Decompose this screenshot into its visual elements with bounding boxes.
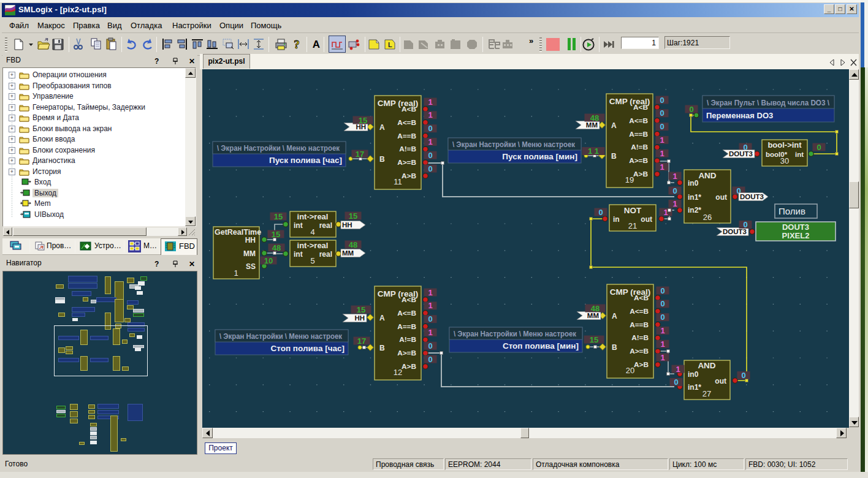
svg-text:0: 0 (660, 122, 664, 131)
svg-text:15: 15 (590, 335, 598, 344)
svg-text:1: 1 (676, 365, 680, 374)
svg-text:in1*: in1* (688, 193, 701, 202)
svg-text:B: B (612, 343, 617, 352)
svg-text:0: 0 (428, 164, 432, 173)
svg-text:A<B: A<B (633, 103, 648, 112)
svg-text:A: A (379, 123, 385, 132)
svg-text:0: 0 (428, 124, 432, 133)
svg-text:Стоп полива [мин]: Стоп полива [мин] (503, 341, 579, 351)
svg-text:A>=B: A>=B (629, 156, 648, 165)
svg-text:15: 15 (274, 212, 283, 221)
svg-text:A!=B: A!=B (631, 333, 649, 342)
svg-text:0: 0 (743, 220, 747, 229)
svg-text:1: 1 (672, 172, 677, 181)
svg-text:17: 17 (356, 150, 364, 159)
svg-text:bool->int: bool->int (767, 140, 802, 150)
svg-text:A!=B: A!=B (399, 335, 416, 344)
svg-text:out: out (641, 215, 652, 224)
svg-text:B: B (611, 152, 617, 161)
svg-text:DOUT3: DOUT3 (782, 222, 809, 232)
svg-text:A: A (379, 314, 385, 322)
svg-text:\ Экран Настройки \ Меню настр: \ Экран Настройки \ Меню настроек (217, 144, 340, 153)
svg-text:\ Экран Настройки \ Меню настр: \ Экран Настройки \ Меню настроек (219, 332, 343, 341)
svg-text:in0: in0 (688, 179, 699, 188)
svg-text:HH: HH (342, 221, 352, 229)
svg-text:A==B: A==B (630, 321, 649, 329)
svg-text:1: 1 (234, 268, 238, 278)
svg-text:1: 1 (428, 301, 432, 310)
svg-text:A>=B: A>=B (630, 347, 649, 355)
svg-text:30: 30 (780, 156, 789, 165)
svg-text:48: 48 (590, 113, 599, 123)
svg-text:1 1: 1 1 (588, 146, 599, 156)
svg-text:HH: HH (245, 236, 256, 245)
svg-text:1: 1 (660, 340, 664, 349)
svg-text:NOT: NOT (624, 206, 642, 215)
svg-text:A!=B: A!=B (631, 143, 648, 151)
svg-text:0: 0 (674, 377, 678, 387)
svg-text:A: A (612, 312, 617, 321)
svg-text:MM: MM (243, 249, 256, 258)
svg-text:21: 21 (628, 221, 637, 230)
svg-text:PIXEL2: PIXEL2 (782, 231, 810, 240)
svg-text:20: 20 (626, 366, 634, 375)
svg-text:48: 48 (591, 304, 600, 313)
svg-text:AND: AND (698, 171, 716, 180)
svg-text:1: 1 (428, 288, 432, 297)
svg-text:11: 11 (394, 177, 402, 186)
svg-text:A: A (313, 39, 320, 50)
svg-text:in0: in0 (688, 370, 699, 379)
svg-text:0: 0 (660, 108, 664, 118)
svg-text:A<=B: A<=B (397, 309, 416, 317)
svg-text:17: 17 (357, 336, 366, 346)
svg-text:A==B: A==B (629, 130, 648, 138)
svg-text:Пуск полива [час]: Пуск полива [час] (269, 156, 342, 165)
svg-text:15: 15 (359, 116, 367, 125)
svg-text:DOUT3: DOUT3 (740, 193, 764, 200)
svg-text:0: 0 (428, 314, 432, 324)
svg-text:A<B: A<B (402, 295, 416, 304)
svg-text:DOUT3: DOUT3 (729, 150, 753, 157)
svg-text:12: 12 (394, 368, 402, 377)
svg-text:MM: MM (586, 121, 598, 129)
svg-text:0: 0 (817, 143, 821, 152)
svg-text:26: 26 (703, 213, 712, 222)
svg-text:int->real: int->real (297, 241, 329, 250)
svg-text:0: 0 (598, 208, 603, 217)
svg-text:in1*: in1* (688, 383, 701, 392)
svg-text:0: 0 (428, 355, 432, 364)
svg-text:A!=B: A!=B (399, 145, 416, 153)
svg-text:4: 4 (310, 227, 314, 237)
svg-text:0: 0 (428, 151, 432, 160)
svg-text:1: 1 (428, 110, 432, 120)
svg-text:out: out (715, 377, 726, 385)
svg-text:real: real (319, 221, 332, 230)
svg-text:in: in (613, 215, 620, 224)
svg-text:1: 1 (663, 208, 668, 217)
svg-text:AND: AND (698, 361, 715, 370)
svg-text:Переменная DO3: Переменная DO3 (706, 111, 773, 120)
svg-text:1: 1 (660, 326, 664, 335)
svg-text:SS: SS (246, 262, 256, 271)
svg-text:in2*: in2* (688, 206, 701, 214)
svg-text:1: 1 (428, 137, 432, 146)
svg-text:\ Экран Настройки \ Меню настр: \ Экран Настройки \ Меню настроек (452, 140, 576, 149)
svg-text:MM: MM (587, 312, 599, 319)
svg-text:A>=B: A>=B (397, 158, 416, 167)
svg-text:B: B (379, 155, 385, 164)
svg-text:Стоп полива [час]: Стоп полива [час] (271, 344, 345, 353)
svg-text:A: A (611, 121, 617, 130)
svg-text:0: 0 (741, 371, 745, 380)
svg-text:1: 1 (660, 149, 664, 158)
svg-text:?: ? (294, 38, 300, 51)
svg-text:1: 1 (660, 135, 664, 145)
svg-text:1: 1 (660, 353, 664, 362)
svg-text:0: 0 (660, 299, 664, 308)
svg-text:0: 0 (660, 313, 664, 322)
svg-text:48: 48 (349, 240, 357, 249)
svg-text:15: 15 (349, 211, 357, 221)
svg-text:A>=B: A>=B (397, 349, 416, 357)
svg-text:int: int (294, 221, 303, 230)
svg-text:10: 10 (264, 256, 273, 265)
svg-text:A>B: A>B (402, 362, 416, 371)
